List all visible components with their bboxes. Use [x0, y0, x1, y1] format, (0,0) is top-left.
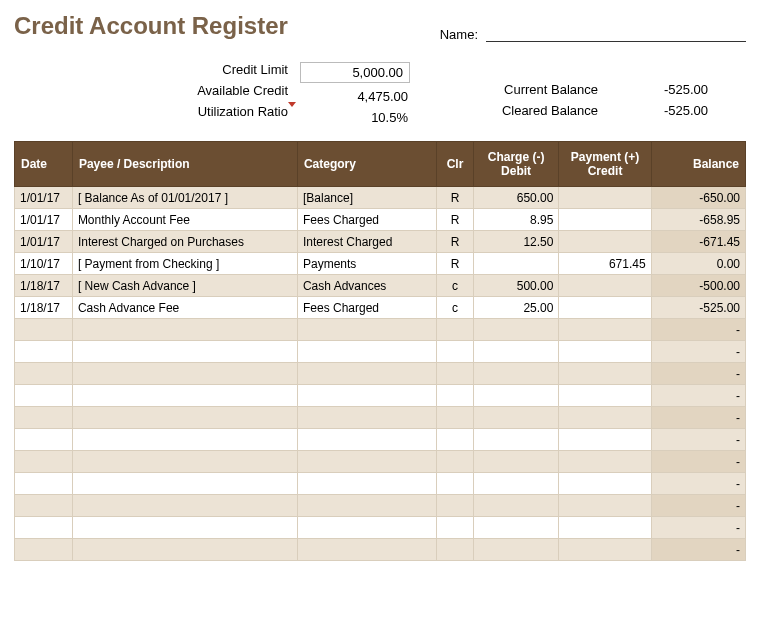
cell-date[interactable]: 1/10/17 — [15, 253, 73, 275]
table-row[interactable]: - — [15, 385, 746, 407]
cell-payee[interactable] — [72, 341, 297, 363]
cell-payment[interactable] — [559, 341, 651, 363]
cell-date[interactable]: 1/18/17 — [15, 297, 73, 319]
cell-payment[interactable] — [559, 429, 651, 451]
cell-date[interactable]: 1/01/17 — [15, 187, 73, 209]
cell-clr[interactable]: R — [437, 231, 473, 253]
cell-category[interactable] — [297, 429, 436, 451]
cell-payee[interactable]: [ New Cash Advance ] — [72, 275, 297, 297]
cell-date[interactable] — [15, 473, 73, 495]
table-row[interactable]: - — [15, 363, 746, 385]
cell-category[interactable] — [297, 363, 436, 385]
cell-clr[interactable]: R — [437, 253, 473, 275]
cell-payment[interactable]: 671.45 — [559, 253, 651, 275]
cell-clr[interactable]: R — [437, 209, 473, 231]
cell-charge[interactable] — [473, 363, 559, 385]
cell-payee[interactable] — [72, 495, 297, 517]
cell-payment[interactable] — [559, 187, 651, 209]
cell-clr[interactable] — [437, 407, 473, 429]
table-row[interactable]: 1/18/17[ New Cash Advance ]Cash Advances… — [15, 275, 746, 297]
cell-charge[interactable] — [473, 517, 559, 539]
table-row[interactable]: 1/01/17[ Balance As of 01/01/2017 ][Bala… — [15, 187, 746, 209]
cell-payee[interactable]: [ Payment from Checking ] — [72, 253, 297, 275]
cell-payee[interactable] — [72, 539, 297, 561]
cell-category[interactable] — [297, 539, 436, 561]
cell-date[interactable] — [15, 385, 73, 407]
table-row[interactable]: 1/18/17Cash Advance FeeFees Chargedc25.0… — [15, 297, 746, 319]
cell-payment[interactable] — [559, 297, 651, 319]
cell-category[interactable]: Fees Charged — [297, 209, 436, 231]
cell-charge[interactable] — [473, 495, 559, 517]
cell-payment[interactable] — [559, 275, 651, 297]
cell-date[interactable] — [15, 407, 73, 429]
cell-clr[interactable] — [437, 495, 473, 517]
table-row[interactable]: - — [15, 451, 746, 473]
cell-charge[interactable]: 12.50 — [473, 231, 559, 253]
cell-payee[interactable] — [72, 451, 297, 473]
cell-payment[interactable] — [559, 407, 651, 429]
cell-category[interactable] — [297, 451, 436, 473]
cell-payee[interactable] — [72, 429, 297, 451]
cell-payee[interactable] — [72, 363, 297, 385]
cell-date[interactable] — [15, 429, 73, 451]
cell-payment[interactable] — [559, 209, 651, 231]
table-row[interactable]: - — [15, 517, 746, 539]
cell-payment[interactable] — [559, 385, 651, 407]
cell-payment[interactable] — [559, 495, 651, 517]
table-row[interactable]: 1/01/17Interest Charged on PurchasesInte… — [15, 231, 746, 253]
cell-payment[interactable] — [559, 319, 651, 341]
cell-payee[interactable] — [72, 385, 297, 407]
cell-charge[interactable] — [473, 451, 559, 473]
cell-date[interactable] — [15, 517, 73, 539]
cell-clr[interactable]: c — [437, 297, 473, 319]
cell-charge[interactable]: 500.00 — [473, 275, 559, 297]
cell-payment[interactable] — [559, 539, 651, 561]
table-row[interactable]: - — [15, 473, 746, 495]
cell-clr[interactable] — [437, 319, 473, 341]
cell-charge[interactable] — [473, 473, 559, 495]
cell-clr[interactable] — [437, 451, 473, 473]
cell-category[interactable] — [297, 341, 436, 363]
cell-clr[interactable] — [437, 473, 473, 495]
cell-payee[interactable]: Cash Advance Fee — [72, 297, 297, 319]
cell-payment[interactable] — [559, 451, 651, 473]
table-row[interactable]: 1/10/17[ Payment from Checking ]Payments… — [15, 253, 746, 275]
cell-date[interactable] — [15, 319, 73, 341]
cell-category[interactable] — [297, 495, 436, 517]
cell-category[interactable] — [297, 473, 436, 495]
cell-clr[interactable]: R — [437, 187, 473, 209]
cell-payee[interactable] — [72, 473, 297, 495]
cell-clr[interactable] — [437, 517, 473, 539]
cell-clr[interactable] — [437, 363, 473, 385]
cell-payment[interactable] — [559, 363, 651, 385]
cell-clr[interactable] — [437, 341, 473, 363]
cell-category[interactable] — [297, 319, 436, 341]
cell-date[interactable]: 1/01/17 — [15, 231, 73, 253]
cell-charge[interactable] — [473, 539, 559, 561]
cell-charge[interactable] — [473, 407, 559, 429]
cell-charge[interactable] — [473, 429, 559, 451]
cell-category[interactable] — [297, 407, 436, 429]
cell-payee[interactable] — [72, 517, 297, 539]
cell-clr[interactable] — [437, 385, 473, 407]
table-row[interactable]: - — [15, 539, 746, 561]
cell-date[interactable]: 1/18/17 — [15, 275, 73, 297]
cell-clr[interactable]: c — [437, 275, 473, 297]
cell-charge[interactable]: 25.00 — [473, 297, 559, 319]
cell-payment[interactable] — [559, 517, 651, 539]
table-row[interactable]: - — [15, 319, 746, 341]
cell-category[interactable] — [297, 517, 436, 539]
name-input[interactable] — [486, 24, 746, 42]
cell-payee[interactable] — [72, 319, 297, 341]
cell-date[interactable] — [15, 451, 73, 473]
cell-charge[interactable]: 650.00 — [473, 187, 559, 209]
cell-clr[interactable] — [437, 539, 473, 561]
credit-limit-input[interactable]: 5,000.00 — [300, 62, 410, 83]
cell-category[interactable] — [297, 385, 436, 407]
cell-charge[interactable] — [473, 319, 559, 341]
cell-date[interactable] — [15, 363, 73, 385]
cell-date[interactable]: 1/01/17 — [15, 209, 73, 231]
cell-payee[interactable]: Interest Charged on Purchases — [72, 231, 297, 253]
cell-payee[interactable]: [ Balance As of 01/01/2017 ] — [72, 187, 297, 209]
table-row[interactable]: - — [15, 407, 746, 429]
